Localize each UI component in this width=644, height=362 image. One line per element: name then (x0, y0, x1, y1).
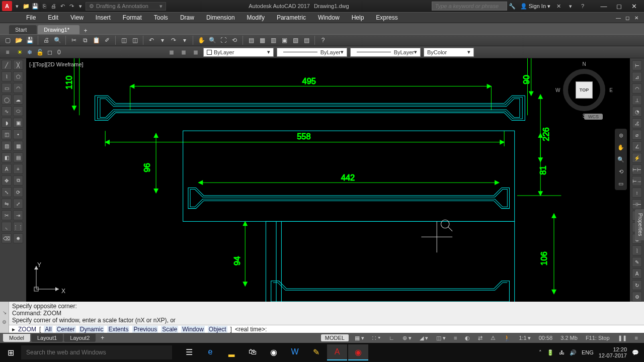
signin-button[interactable]: 👤 Sign In ▾ (520, 3, 550, 10)
viewcube[interactable]: TOP N S E W (556, 62, 612, 118)
qat-open-icon[interactable]: 📁 (22, 2, 30, 10)
cmd-opt-extents[interactable]: Extents (107, 326, 129, 333)
trim-tool-icon[interactable]: ✂ (2, 210, 12, 220)
menu-format[interactable]: Format (117, 12, 148, 23)
task-view-icon[interactable]: ☰ (179, 344, 199, 360)
taskbar-explorer-icon[interactable]: ▂ (221, 344, 242, 360)
dim-jogged-icon[interactable]: ⦨ (632, 118, 642, 128)
qat-save-icon[interactable]: 💾 (31, 2, 39, 10)
tab-start[interactable]: Start (9, 25, 37, 34)
extend-tool-icon[interactable]: ⇥ (13, 210, 23, 220)
qat-saveas-icon[interactable]: ⎘ (40, 2, 48, 10)
command-input[interactable]: ▸ ZOOM [ All Center Dynamic Extents Prev… (9, 325, 644, 333)
command-history[interactable]: Specify opposite corner: Command: ZOOM S… (9, 302, 644, 325)
window-maximize-button[interactable]: ◻ (613, 3, 625, 10)
dim-angular-icon[interactable]: ∠ (632, 141, 642, 151)
tb-match-icon[interactable]: ✐ (103, 36, 112, 45)
layeroff-icon[interactable]: ≣ (179, 48, 188, 57)
spline-tool-icon[interactable]: ∿ (2, 106, 12, 116)
help-dropdown-icon[interactable]: ▾ (567, 2, 575, 10)
table-tool-icon[interactable]: ▤ (13, 152, 23, 162)
copy-tool-icon[interactable]: ⧉ (13, 175, 23, 186)
windows-search[interactable] (21, 345, 172, 359)
taskbar-store-icon[interactable]: 🛍 (243, 344, 263, 360)
polygon-tool-icon[interactable]: ⬠ (13, 71, 23, 81)
scale-tool-icon[interactable]: ⤢ (13, 199, 23, 209)
tb-cut-icon[interactable]: ✂ (69, 36, 78, 45)
dimupdate-icon[interactable]: ↻ (632, 280, 642, 290)
menu-parametric[interactable]: Parametric (271, 12, 312, 23)
revcloud-tool-icon[interactable]: ☁ (13, 95, 23, 105)
block-tool-icon[interactable]: ◫ (2, 129, 12, 139)
menu-insert[interactable]: Insert (90, 12, 117, 23)
status-transparency-icon[interactable]: ◐ (463, 335, 472, 341)
gradient-tool-icon[interactable]: ▦ (13, 141, 23, 151)
tb-undo-drop-icon[interactable]: ▾ (158, 36, 167, 45)
help-icon[interactable]: ? (579, 2, 587, 10)
tray-lang[interactable]: ENG (582, 349, 594, 355)
fillet-tool-icon[interactable]: ◟ (2, 222, 12, 232)
status-grid-icon[interactable]: ▦ ▾ (353, 335, 366, 341)
cmd-opt-object[interactable]: Object (208, 326, 227, 333)
region-tool-icon[interactable]: ◧ (2, 152, 12, 162)
status-lwt-icon[interactable]: ≡ (452, 335, 459, 341)
ellipsearc-tool-icon[interactable]: ◗ (2, 118, 12, 128)
dim-diameter-icon[interactable]: ⌀ (632, 130, 642, 140)
cmd-opt-window[interactable]: Window (181, 326, 205, 333)
tb-copy-icon[interactable]: ⧉ (80, 36, 90, 45)
tb-new-icon[interactable]: ▢ (3, 36, 12, 45)
status-scale[interactable]: 1:1 ▾ (517, 335, 532, 341)
tb-undo-icon[interactable]: ↶ (147, 36, 156, 45)
mdi-minimize-button[interactable]: — (614, 15, 623, 21)
status-cycling-icon[interactable]: ⇄ (476, 335, 485, 341)
insert-tool-icon[interactable]: ▣ (13, 118, 23, 128)
menu-draw[interactable]: Draw (174, 12, 200, 23)
cmd-opt-all[interactable]: All (44, 326, 52, 333)
dim-baseline-icon[interactable]: ⊢⊢ (632, 164, 642, 174)
dim-space-icon[interactable]: ↕ (632, 188, 642, 198)
linetype-combo[interactable]: ByLayer▾ (277, 48, 347, 57)
qat-print-icon[interactable]: 🖨 (49, 2, 57, 10)
window-minimize-button[interactable]: — (598, 3, 610, 10)
tray-notifications-icon[interactable]: 💬 (632, 349, 639, 356)
color-combo[interactable]: ByLayer▾ (203, 48, 274, 57)
tb-qcalc-icon[interactable]: ▤ (302, 36, 311, 45)
dim-linear-icon[interactable]: ⊢ (632, 60, 642, 70)
dim-radius-icon[interactable]: ◔ (632, 107, 642, 117)
viewcube-e[interactable]: E (609, 87, 613, 93)
viewcube-n[interactable]: N (582, 61, 586, 67)
plotstyle-combo[interactable]: ByColor▾ (424, 48, 474, 57)
tb-prop-icon[interactable]: ▤ (247, 36, 256, 45)
layer-freeze-icon[interactable]: ❄ (25, 48, 34, 57)
layout-tab-model[interactable]: Model (3, 334, 30, 342)
tray-network-icon[interactable]: 🖧 (559, 349, 565, 355)
tb-block2-icon[interactable]: ◫ (130, 36, 139, 45)
status-pause-icon[interactable]: ❚❚ (616, 335, 629, 341)
arc-tool-icon[interactable]: ◠ (13, 83, 23, 93)
dim-aligned-icon[interactable]: ⊿ (632, 72, 642, 82)
nav-showmotion-icon[interactable]: ▭ (616, 179, 625, 188)
tb-zoomwin-icon[interactable]: ⛶ (219, 36, 228, 45)
dim-arc-icon[interactable]: ◠ (632, 83, 642, 94)
menu-express[interactable]: Express (370, 12, 404, 23)
menu-edit[interactable]: Edit (42, 12, 64, 23)
qat-undo-icon[interactable]: ↶ (58, 2, 66, 10)
infocenter-search[interactable] (432, 2, 507, 11)
tray-clock[interactable]: 12:20 12-07-2017 (599, 346, 627, 358)
tb-pan-icon[interactable]: ✋ (197, 36, 206, 45)
taskbar-recorder-icon[interactable]: ◉ (348, 344, 368, 360)
addsel-tool-icon[interactable]: + (13, 164, 23, 174)
tb-zoomrt-icon[interactable]: 🔍 (208, 36, 217, 45)
taskbar-chrome-icon[interactable]: ◉ (264, 344, 284, 360)
qat-redo-icon[interactable]: ↷ (67, 2, 75, 10)
ellipse-tool-icon[interactable]: ⬭ (13, 106, 23, 116)
nav-orbit-icon[interactable]: ⟲ (616, 167, 625, 176)
status-annomon-icon[interactable]: ⚠ (489, 335, 498, 341)
cmd-recent-icon[interactable]: ↘ (3, 310, 7, 315)
status-custom-icon[interactable]: ≡ (633, 335, 640, 341)
layerprev-icon[interactable]: ≣ (191, 48, 200, 57)
tab-drawing1[interactable]: Drawing1* (38, 25, 79, 34)
nav-wheel-icon[interactable]: ⊚ (616, 131, 625, 140)
dim-quick-icon[interactable]: ⚡ (632, 153, 642, 163)
cmd-opt-scale[interactable]: Scale (161, 326, 178, 333)
